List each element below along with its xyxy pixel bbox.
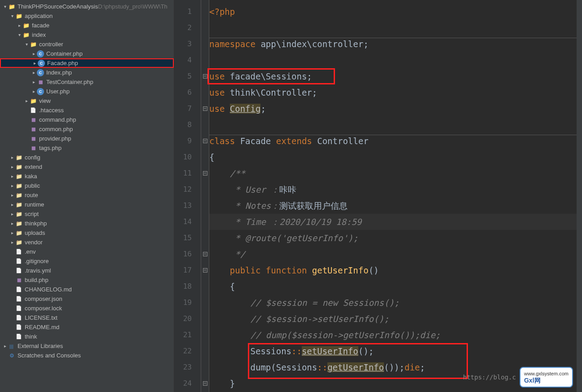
generic-file-icon	[15, 324, 22, 331]
fold-toggle-icon[interactable]	[203, 171, 207, 176]
tree-item-provider-php[interactable]: provider.php	[0, 134, 174, 143]
tree-item-readme-md[interactable]: README.md	[0, 322, 174, 332]
code-line[interactable]: use facade\Sessions;	[209, 68, 577, 84]
chevron-icon[interactable]	[9, 193, 15, 198]
fold-toggle-icon[interactable]	[203, 252, 207, 256]
tree-item-route[interactable]: route	[0, 190, 174, 200]
code-line[interactable]	[209, 52, 577, 68]
tree-item-scratches-and-consoles[interactable]: Scratches and Consoles	[0, 351, 174, 360]
chevron-icon[interactable]	[9, 183, 15, 188]
tree-item-vendor[interactable]: vendor	[0, 238, 174, 247]
tree-item-license-txt[interactable]: LICENSE.txt	[0, 313, 174, 322]
tree-item-tags-php[interactable]: tags.php	[0, 143, 174, 153]
code-line[interactable]: /**	[209, 165, 577, 181]
tree-item-kaka[interactable]: kaka	[0, 172, 174, 181]
chevron-icon[interactable]	[2, 4, 8, 9]
code-editor[interactable]: 123456789101112131415161718192021222324 …	[174, 0, 582, 392]
code-line[interactable]: Sessions::setUserInfo();	[209, 343, 577, 359]
chevron-icon[interactable]	[9, 230, 15, 235]
code-line[interactable]: use think\Controller;	[209, 84, 577, 101]
chevron-icon[interactable]	[31, 61, 38, 66]
fold-toggle-icon[interactable]	[203, 268, 207, 273]
fold-toggle-icon[interactable]	[203, 74, 207, 79]
tree-item-composer-json[interactable]: composer.json	[0, 294, 174, 304]
chevron-icon[interactable]	[23, 98, 30, 103]
tree-item--gitignore[interactable]: .gitignore	[0, 256, 174, 266]
code-line[interactable]: // $session->setUserInfo();	[209, 311, 577, 327]
tree-item-composer-lock[interactable]: composer.lock	[0, 304, 174, 313]
code-area[interactable]: <?phpnamespace app\index\controller;use …	[209, 0, 577, 392]
chevron-icon[interactable]	[9, 174, 15, 179]
tree-item-config[interactable]: config	[0, 153, 174, 162]
tree-item-label: kaka	[25, 173, 37, 180]
tree-item-application[interactable]: application	[0, 11, 174, 21]
tree-item-extend[interactable]: extend	[0, 162, 174, 172]
code-line[interactable]: * @route('getUserInfo');	[209, 230, 577, 246]
tree-item-user-php[interactable]: User.php	[0, 87, 174, 96]
code-line[interactable]: {	[209, 149, 577, 165]
tree-item-public[interactable]: public	[0, 181, 174, 190]
chevron-icon[interactable]	[2, 344, 8, 348]
tree-item--htaccess[interactable]: .htaccess	[0, 106, 174, 115]
tree-item-controller[interactable]: controller	[0, 40, 174, 49]
chevron-icon[interactable]	[31, 89, 37, 94]
tree-item-runtime[interactable]: runtime	[0, 200, 174, 209]
code-line[interactable]: {	[209, 278, 577, 295]
code-line[interactable]: public function getUserInfo()	[209, 262, 577, 278]
tree-item--travis-yml[interactable]: .travis.yml	[0, 266, 174, 275]
code-line[interactable]: * Notes：测试获取用户信息	[209, 198, 577, 214]
code-line[interactable]: * Time ：2020/10/19 18:59	[209, 214, 577, 230]
tree-item-index[interactable]: index	[0, 30, 174, 40]
code-line[interactable]: namespace app\index\controller;	[209, 36, 577, 52]
code-line[interactable]: // $session = new Sessions();	[209, 295, 577, 311]
tree-item-thinkphpsourcecodeanalysis[interactable]: ThinkPHPSourceCodeAnalysis D:\phpstudy_p…	[0, 2, 174, 11]
code-line[interactable]: <?php	[209, 4, 577, 20]
tree-item-view[interactable]: view	[0, 96, 174, 106]
chevron-icon[interactable]	[31, 79, 37, 84]
tree-item-think[interactable]: think	[0, 332, 174, 341]
line-number: 19	[174, 295, 201, 311]
chevron-icon[interactable]	[16, 32, 22, 37]
code-line[interactable]	[209, 20, 577, 36]
line-number-gutter: 123456789101112131415161718192021222324	[174, 0, 201, 392]
chevron-icon[interactable]	[23, 42, 30, 47]
code-line[interactable]: class Facade extends Controller	[209, 133, 577, 149]
tree-item-command-php[interactable]: command.php	[0, 115, 174, 124]
php-file-icon	[30, 145, 37, 152]
chevron-icon[interactable]	[31, 70, 37, 75]
code-line[interactable]: use Config;	[209, 101, 577, 117]
chevron-icon[interactable]	[9, 211, 15, 216]
php-class-icon	[37, 69, 44, 76]
fold-column[interactable]	[201, 0, 209, 392]
tree-item-facade[interactable]: facade	[0, 21, 174, 30]
tree-item-uploads[interactable]: uploads	[0, 228, 174, 238]
chevron-icon[interactable]	[31, 51, 37, 56]
fold-toggle-icon[interactable]	[203, 381, 207, 386]
fold-toggle-icon[interactable]	[203, 106, 207, 111]
tree-item-thinkphp[interactable]: thinkphp	[0, 219, 174, 228]
chevron-icon[interactable]	[9, 221, 15, 226]
chevron-icon[interactable]	[9, 202, 15, 207]
chevron-icon[interactable]	[16, 23, 22, 28]
code-line[interactable]: * User ：咔咔	[209, 181, 577, 198]
chevron-icon[interactable]	[9, 164, 15, 169]
editor-scrollbar[interactable]	[577, 0, 582, 392]
tree-item--env[interactable]: .env	[0, 247, 174, 256]
tree-item-facade-php[interactable]: Facade.php	[0, 58, 174, 68]
tree-item-testcontainer-php[interactable]: TestContainer.php	[0, 77, 174, 87]
project-tree-panel[interactable]: ThinkPHPSourceCodeAnalysis D:\phpstudy_p…	[0, 0, 174, 392]
tree-item-external-libraries[interactable]: External Libraries	[0, 341, 174, 351]
fold-toggle-icon[interactable]	[203, 139, 207, 143]
code-line[interactable]: */	[209, 246, 577, 262]
tree-item-script[interactable]: script	[0, 209, 174, 219]
chevron-icon[interactable]	[9, 13, 15, 18]
tree-item-common-php[interactable]: common.php	[0, 124, 174, 134]
chevron-icon[interactable]	[9, 240, 15, 245]
code-line[interactable]	[209, 117, 577, 133]
tree-item-index-php[interactable]: Index.php	[0, 68, 174, 77]
tree-item-changelog-md[interactable]: CHANGELOG.md	[0, 285, 174, 294]
tree-item-build-php[interactable]: build.php	[0, 275, 174, 285]
code-line[interactable]: // dump($session->getUserInfo());die;	[209, 327, 577, 343]
chevron-icon[interactable]	[9, 155, 15, 160]
tree-item-container-php[interactable]: Container.php	[0, 49, 174, 58]
